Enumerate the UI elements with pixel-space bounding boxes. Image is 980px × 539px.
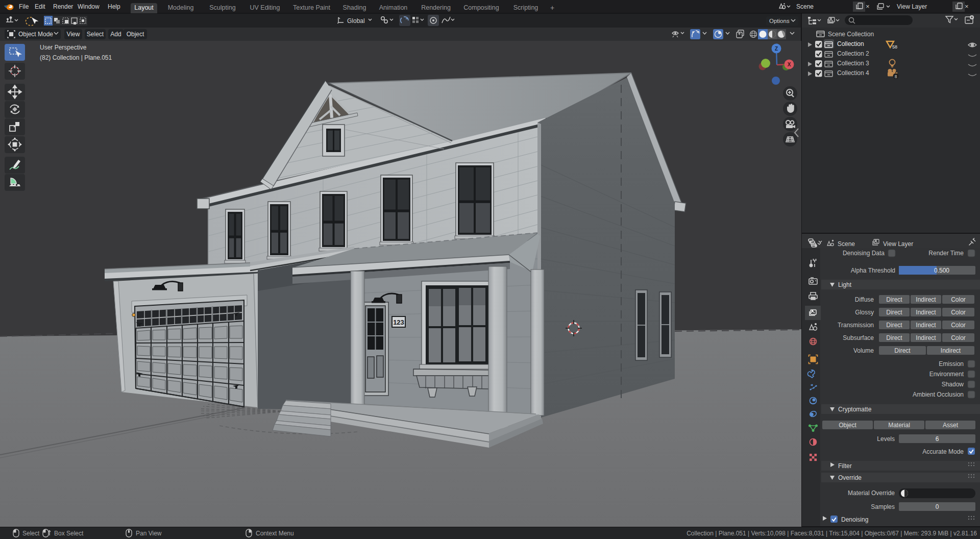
svg-text:Color: Color bbox=[951, 334, 966, 341]
svg-text:Filter: Filter bbox=[838, 462, 852, 470]
svg-text:Collection: Collection bbox=[837, 40, 864, 47]
svg-text:Emission: Emission bbox=[939, 360, 964, 368]
svg-text:Alpha Threshold: Alpha Threshold bbox=[851, 267, 895, 274]
svg-text:Global: Global bbox=[347, 17, 365, 24]
svg-text:UV Editing: UV Editing bbox=[250, 4, 280, 11]
svg-text:Compositing: Compositing bbox=[463, 4, 499, 11]
svg-text:Color: Color bbox=[951, 296, 966, 303]
svg-text:×: × bbox=[965, 3, 969, 10]
svg-text:Material: Material bbox=[888, 422, 910, 429]
svg-text:Glossy: Glossy bbox=[855, 309, 874, 316]
svg-text:Render Time: Render Time bbox=[928, 250, 964, 257]
svg-text:+: + bbox=[550, 4, 554, 12]
svg-text:Diffuse: Diffuse bbox=[855, 296, 874, 303]
svg-text:Color: Color bbox=[951, 322, 966, 329]
svg-text:Indirect: Indirect bbox=[916, 296, 936, 303]
svg-text:User Perspective: User Perspective bbox=[40, 44, 87, 51]
svg-text:Texture Paint: Texture Paint bbox=[293, 4, 330, 11]
svg-text:Select: Select bbox=[87, 31, 104, 38]
svg-text:Direct: Direct bbox=[886, 296, 902, 303]
svg-text:View: View bbox=[67, 31, 80, 38]
svg-text:Direct: Direct bbox=[894, 347, 911, 354]
svg-text:Window: Window bbox=[78, 3, 100, 10]
svg-text:Object: Object bbox=[839, 422, 856, 429]
svg-text:Scene: Scene bbox=[796, 3, 814, 10]
svg-text:View Layer: View Layer bbox=[883, 240, 913, 248]
svg-text:Accurate Mode: Accurate Mode bbox=[922, 448, 964, 455]
svg-text:X: X bbox=[788, 62, 791, 67]
svg-text:Collection 2: Collection 2 bbox=[837, 50, 869, 57]
svg-text:0.500: 0.500 bbox=[934, 267, 949, 274]
svg-text:6: 6 bbox=[936, 435, 939, 443]
svg-text:Indirect: Indirect bbox=[941, 347, 961, 354]
svg-text:Modeling: Modeling bbox=[168, 4, 194, 11]
svg-text:Sculpting: Sculpting bbox=[209, 4, 235, 11]
svg-text:Indirect: Indirect bbox=[916, 322, 936, 329]
svg-text:Cryptomatte: Cryptomatte bbox=[838, 406, 872, 413]
svg-text:Options: Options bbox=[769, 18, 790, 24]
svg-text:Layout: Layout bbox=[134, 4, 154, 11]
svg-text:Box Select: Box Select bbox=[54, 530, 84, 537]
svg-text:Denoising: Denoising bbox=[841, 516, 868, 523]
svg-text:Animation: Animation bbox=[379, 4, 408, 11]
svg-text:Material Override: Material Override bbox=[848, 489, 895, 497]
svg-text:Direct: Direct bbox=[886, 322, 902, 329]
svg-text:Levels: Levels bbox=[877, 435, 895, 443]
svg-text:58: 58 bbox=[892, 44, 897, 50]
svg-text:Subsurface: Subsurface bbox=[843, 334, 874, 341]
svg-text:Collection | Plane.051 | Verts: Collection | Plane.051 | Verts:10,098 | … bbox=[687, 530, 977, 537]
svg-text:Color: Color bbox=[951, 309, 966, 316]
svg-text:Shading: Shading bbox=[343, 4, 366, 11]
svg-text:Pan View: Pan View bbox=[136, 530, 162, 537]
svg-text:(82) Collection | Plane.051: (82) Collection | Plane.051 bbox=[40, 54, 112, 61]
svg-text:Object: Object bbox=[127, 31, 144, 38]
svg-text:Override: Override bbox=[838, 474, 862, 481]
svg-text:Scene Collection: Scene Collection bbox=[828, 31, 874, 38]
svg-text:Collection 4: Collection 4 bbox=[837, 69, 869, 77]
svg-text:Context Menu: Context Menu bbox=[256, 530, 294, 537]
svg-text:Object Mode: Object Mode bbox=[18, 31, 53, 38]
svg-text:Edit: Edit bbox=[35, 3, 45, 10]
svg-text:Select: Select bbox=[22, 530, 40, 537]
svg-text:8: 8 bbox=[895, 74, 897, 79]
svg-text:Samples: Samples bbox=[871, 503, 895, 510]
svg-text:Scene: Scene bbox=[838, 240, 855, 248]
svg-text:0: 0 bbox=[936, 503, 939, 510]
svg-text:Indirect: Indirect bbox=[916, 334, 936, 341]
svg-text:123: 123 bbox=[393, 318, 404, 326]
svg-text:Direct: Direct bbox=[886, 334, 902, 341]
svg-text:Environment: Environment bbox=[929, 371, 964, 378]
svg-text:Direct: Direct bbox=[886, 309, 902, 316]
svg-text:Add: Add bbox=[110, 31, 121, 38]
svg-text:Scripting: Scripting bbox=[513, 4, 538, 11]
svg-text:Collection 3: Collection 3 bbox=[837, 60, 869, 67]
svg-text:Render: Render bbox=[53, 3, 73, 10]
svg-text:Denoising Data: Denoising Data bbox=[843, 250, 885, 257]
svg-text:Transmission: Transmission bbox=[838, 322, 874, 329]
svg-text:Asset: Asset bbox=[943, 422, 959, 429]
svg-text:View Layer: View Layer bbox=[897, 3, 927, 10]
svg-text:Rendering: Rendering bbox=[421, 4, 451, 11]
svg-text:File: File bbox=[19, 3, 29, 10]
svg-text:Volume: Volume bbox=[853, 347, 874, 354]
svg-text:Ambient Occlusion: Ambient Occlusion bbox=[913, 391, 964, 398]
svg-text:Z: Z bbox=[775, 46, 778, 52]
svg-text:Help: Help bbox=[108, 3, 120, 10]
svg-text:Shadow: Shadow bbox=[942, 381, 964, 388]
svg-text:×: × bbox=[866, 3, 870, 10]
svg-text:Light: Light bbox=[838, 281, 852, 288]
svg-text:Indirect: Indirect bbox=[916, 309, 936, 316]
